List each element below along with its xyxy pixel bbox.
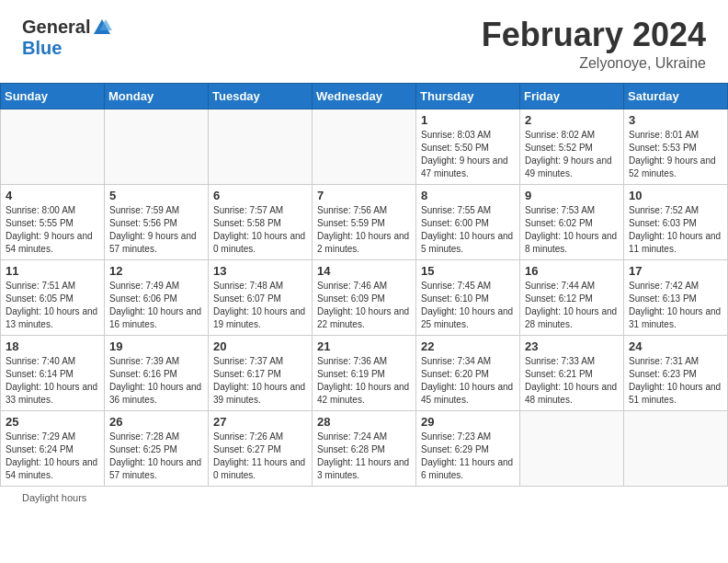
calendar-header-monday: Monday: [105, 83, 209, 109]
day-info: Sunrise: 7:53 AMSunset: 6:02 PMDaylight:…: [525, 204, 619, 256]
calendar-cell: 13Sunrise: 7:48 AMSunset: 6:07 PMDayligh…: [209, 259, 313, 335]
day-number: 5: [109, 189, 203, 202]
day-info: Sunrise: 7:34 AMSunset: 6:20 PMDaylight:…: [421, 355, 515, 407]
calendar-cell: 20Sunrise: 7:37 AMSunset: 6:17 PMDayligh…: [209, 335, 313, 410]
calendar-cell: 5Sunrise: 7:59 AMSunset: 5:56 PMDaylight…: [105, 184, 209, 259]
day-info: Sunrise: 7:59 AMSunset: 5:56 PMDaylight:…: [109, 204, 203, 256]
day-info: Sunrise: 7:57 AMSunset: 5:58 PMDaylight:…: [213, 204, 307, 256]
calendar-header-saturday: Saturday: [624, 83, 728, 109]
day-number: 10: [629, 189, 722, 202]
day-info: Sunrise: 8:01 AMSunset: 5:53 PMDaylight:…: [629, 129, 722, 180]
day-info: Sunrise: 7:44 AMSunset: 6:12 PMDaylight:…: [525, 280, 619, 331]
logo-icon: [92, 17, 112, 38]
day-number: 28: [317, 415, 411, 429]
calendar-cell: [209, 109, 313, 184]
calendar-cell: [313, 109, 416, 184]
day-info: Sunrise: 7:36 AMSunset: 6:19 PMDaylight:…: [317, 355, 411, 407]
day-info: Sunrise: 8:03 AMSunset: 5:50 PMDaylight:…: [421, 129, 515, 180]
calendar-cell: 29Sunrise: 7:23 AMSunset: 6:29 PMDayligh…: [416, 410, 520, 486]
calendar-week-row: 1Sunrise: 8:03 AMSunset: 5:50 PMDaylight…: [1, 109, 728, 184]
calendar-header-thursday: Thursday: [416, 83, 520, 109]
day-number: 1: [421, 113, 515, 127]
day-info: Sunrise: 7:37 AMSunset: 6:17 PMDaylight:…: [213, 355, 307, 407]
calendar-table: SundayMondayTuesdayWednesdayThursdayFrid…: [0, 83, 728, 487]
day-number: 21: [317, 339, 411, 353]
location-title: Zelyonoye, Ukraine: [482, 55, 706, 72]
calendar-week-row: 11Sunrise: 7:51 AMSunset: 6:05 PMDayligh…: [1, 259, 728, 335]
day-info: Sunrise: 7:29 AMSunset: 6:24 PMDaylight:…: [6, 431, 99, 482]
day-number: 4: [6, 189, 99, 202]
calendar-cell: 10Sunrise: 7:52 AMSunset: 6:03 PMDayligh…: [624, 184, 728, 259]
day-info: Sunrise: 7:48 AMSunset: 6:07 PMDaylight:…: [213, 280, 307, 331]
calendar-week-row: 4Sunrise: 8:00 AMSunset: 5:55 PMDaylight…: [1, 184, 728, 259]
calendar-cell: 19Sunrise: 7:39 AMSunset: 6:16 PMDayligh…: [105, 335, 209, 410]
calendar-cell: [1, 109, 105, 184]
calendar-cell: 16Sunrise: 7:44 AMSunset: 6:12 PMDayligh…: [520, 259, 624, 335]
day-number: 7: [317, 189, 411, 202]
calendar-cell: 21Sunrise: 7:36 AMSunset: 6:19 PMDayligh…: [313, 335, 416, 410]
calendar-header-tuesday: Tuesday: [209, 83, 313, 109]
day-info: Sunrise: 7:42 AMSunset: 6:13 PMDaylight:…: [629, 280, 722, 331]
calendar-cell: 28Sunrise: 7:24 AMSunset: 6:28 PMDayligh…: [313, 410, 416, 486]
calendar-cell: 15Sunrise: 7:45 AMSunset: 6:10 PMDayligh…: [416, 259, 520, 335]
calendar-cell: 8Sunrise: 7:55 AMSunset: 6:00 PMDaylight…: [416, 184, 520, 259]
day-number: 8: [421, 189, 515, 202]
calendar-cell: 14Sunrise: 7:46 AMSunset: 6:09 PMDayligh…: [313, 259, 416, 335]
day-number: 18: [6, 339, 99, 353]
day-number: 15: [421, 264, 515, 278]
calendar-header-sunday: Sunday: [1, 83, 105, 109]
calendar-cell: 12Sunrise: 7:49 AMSunset: 6:06 PMDayligh…: [105, 259, 209, 335]
daylight-hours-label: Daylight hours: [22, 492, 86, 503]
calendar-header-row: SundayMondayTuesdayWednesdayThursdayFrid…: [1, 83, 728, 109]
day-number: 2: [525, 113, 619, 127]
calendar-week-row: 25Sunrise: 7:29 AMSunset: 6:24 PMDayligh…: [1, 410, 728, 486]
day-info: Sunrise: 8:02 AMSunset: 5:52 PMDaylight:…: [525, 129, 619, 180]
day-info: Sunrise: 7:56 AMSunset: 5:59 PMDaylight:…: [317, 204, 411, 256]
calendar-cell: 9Sunrise: 7:53 AMSunset: 6:02 PMDaylight…: [520, 184, 624, 259]
calendar-cell: [105, 109, 209, 184]
header: General Blue February 2024 Zelyonoye, Uk…: [0, 0, 728, 79]
calendar-cell: 25Sunrise: 7:29 AMSunset: 6:24 PMDayligh…: [1, 410, 105, 486]
day-number: 12: [109, 264, 203, 278]
month-title: February 2024: [482, 17, 706, 53]
calendar-cell: [624, 410, 728, 486]
calendar-cell: 17Sunrise: 7:42 AMSunset: 6:13 PMDayligh…: [624, 259, 728, 335]
calendar-week-row: 18Sunrise: 7:40 AMSunset: 6:14 PMDayligh…: [1, 335, 728, 410]
day-number: 29: [421, 415, 515, 429]
day-info: Sunrise: 7:28 AMSunset: 6:25 PMDaylight:…: [109, 431, 203, 482]
calendar-cell: 27Sunrise: 7:26 AMSunset: 6:27 PMDayligh…: [209, 410, 313, 486]
calendar-cell: [520, 410, 624, 486]
footer: Daylight hours: [0, 487, 728, 509]
day-number: 22: [421, 339, 515, 353]
day-number: 27: [213, 415, 307, 429]
day-number: 17: [629, 264, 722, 278]
day-number: 3: [629, 113, 722, 127]
day-number: 9: [525, 189, 619, 202]
day-info: Sunrise: 7:39 AMSunset: 6:16 PMDaylight:…: [109, 355, 203, 407]
day-info: Sunrise: 7:31 AMSunset: 6:23 PMDaylight:…: [629, 355, 722, 407]
day-number: 13: [213, 264, 307, 278]
day-info: Sunrise: 7:49 AMSunset: 6:06 PMDaylight:…: [109, 280, 203, 331]
calendar-cell: 7Sunrise: 7:56 AMSunset: 5:59 PMDaylight…: [313, 184, 416, 259]
day-number: 25: [6, 415, 99, 429]
calendar-header-friday: Friday: [520, 83, 624, 109]
title-area: February 2024 Zelyonoye, Ukraine: [482, 17, 706, 72]
calendar-cell: 1Sunrise: 8:03 AMSunset: 5:50 PMDaylight…: [416, 109, 520, 184]
day-number: 20: [213, 339, 307, 353]
calendar-cell: 26Sunrise: 7:28 AMSunset: 6:25 PMDayligh…: [105, 410, 209, 486]
logo-general-text: General: [22, 17, 90, 38]
day-number: 11: [6, 264, 99, 278]
calendar-cell: 23Sunrise: 7:33 AMSunset: 6:21 PMDayligh…: [520, 335, 624, 410]
logo-blue-text: Blue: [22, 38, 62, 58]
calendar-cell: 18Sunrise: 7:40 AMSunset: 6:14 PMDayligh…: [1, 335, 105, 410]
day-info: Sunrise: 7:52 AMSunset: 6:03 PMDaylight:…: [629, 204, 722, 256]
page: General Blue February 2024 Zelyonoye, Uk…: [0, 0, 728, 563]
day-info: Sunrise: 7:40 AMSunset: 6:14 PMDaylight:…: [6, 355, 99, 407]
day-info: Sunrise: 7:26 AMSunset: 6:27 PMDaylight:…: [213, 431, 307, 482]
calendar-cell: 6Sunrise: 7:57 AMSunset: 5:58 PMDaylight…: [209, 184, 313, 259]
calendar-cell: 4Sunrise: 8:00 AMSunset: 5:55 PMDaylight…: [1, 184, 105, 259]
day-number: 6: [213, 189, 307, 202]
calendar-cell: 2Sunrise: 8:02 AMSunset: 5:52 PMDaylight…: [520, 109, 624, 184]
day-number: 19: [109, 339, 203, 353]
calendar-cell: 11Sunrise: 7:51 AMSunset: 6:05 PMDayligh…: [1, 259, 105, 335]
